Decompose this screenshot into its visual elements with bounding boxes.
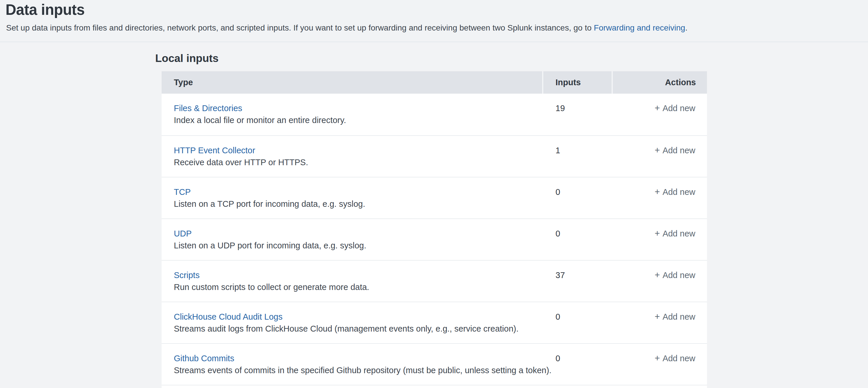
plus-icon: + — [655, 311, 660, 322]
inputs-count: 0 — [542, 177, 612, 218]
add-new-button[interactable]: +Add new — [655, 312, 695, 321]
section-title-local-inputs: Local inputs — [155, 52, 219, 65]
page-header: Data inputs Set up data inputs from file… — [0, 0, 868, 42]
input-type-description: Run custom scripts to collect or generat… — [174, 281, 542, 293]
input-type-link[interactable]: HTTP Event Collector — [174, 145, 255, 156]
input-type-description: Streams events of commits in the specifi… — [174, 364, 542, 376]
inputs-count: 0 — [542, 302, 612, 343]
input-type-link[interactable]: Files & Directories — [174, 103, 242, 114]
plus-icon: + — [655, 103, 660, 113]
input-type-description: Streams audit logs from ClickHouse Cloud… — [174, 323, 542, 335]
add-new-button[interactable]: +Add new — [655, 354, 695, 363]
plus-icon: + — [655, 353, 660, 363]
page-subtitle-text: Set up data inputs from files and direct… — [6, 23, 594, 32]
add-new-label: Add new — [662, 229, 695, 238]
table-row: ClickHouse Cloud Audit Logs Streams audi… — [162, 302, 707, 343]
page-title: Data inputs — [5, 1, 85, 18]
input-type-link[interactable]: ClickHouse Cloud Audit Logs — [174, 311, 283, 322]
inputs-count: 19 — [542, 94, 612, 135]
add-new-label: Add new — [662, 187, 695, 197]
input-type-description: Listen on a TCP port for incoming data, … — [174, 198, 542, 210]
add-new-button[interactable]: +Add new — [655, 270, 695, 280]
inputs-count: 0 — [542, 343, 612, 385]
inputs-count: 0 — [542, 218, 612, 260]
input-type-description: Receive data over HTTP or HTTPS. — [174, 156, 542, 169]
inputs-count: 37 — [542, 260, 612, 302]
table-row: Github Commits Streams events of commits… — [162, 343, 707, 385]
table-row-partial — [162, 385, 707, 388]
column-header-type: Type — [162, 71, 542, 94]
column-header-inputs: Inputs — [542, 71, 612, 94]
add-new-button[interactable]: +Add new — [655, 187, 695, 197]
add-new-label: Add new — [662, 270, 695, 280]
page-subtitle: Set up data inputs from files and direct… — [6, 22, 687, 34]
plus-icon: + — [655, 187, 660, 197]
add-new-button[interactable]: +Add new — [655, 229, 695, 238]
add-new-button[interactable]: +Add new — [655, 103, 695, 113]
table-row: UDP Listen on a UDP port for incoming da… — [162, 218, 707, 260]
plus-icon: + — [655, 270, 660, 280]
table-row: HTTP Event Collector Receive data over H… — [162, 135, 707, 177]
input-type-link[interactable]: Scripts — [174, 270, 200, 281]
add-new-button[interactable]: +Add new — [655, 146, 695, 155]
add-new-label: Add new — [662, 146, 695, 155]
input-type-description: Index a local file or monitor an entire … — [174, 114, 542, 126]
add-new-label: Add new — [662, 312, 695, 321]
input-type-link[interactable]: UDP — [174, 228, 192, 239]
plus-icon: + — [655, 228, 660, 239]
input-type-link[interactable]: Github Commits — [174, 353, 234, 364]
table-row: Files & Directories Index a local file o… — [162, 94, 707, 135]
input-type-link[interactable]: TCP — [174, 186, 191, 198]
table-row: TCP Listen on a TCP port for incoming da… — [162, 177, 707, 218]
input-type-description: Listen on a UDP port for incoming data, … — [174, 240, 542, 251]
inputs-count: 1 — [542, 135, 612, 177]
add-new-label: Add new — [662, 103, 695, 113]
table-header-row: Type Inputs Actions — [162, 71, 707, 94]
table-row: Scripts Run custom scripts to collect or… — [162, 260, 707, 302]
forwarding-and-receiving-link[interactable]: Forwarding and receiving — [594, 23, 685, 32]
plus-icon: + — [655, 145, 660, 155]
add-new-label: Add new — [662, 354, 695, 363]
local-inputs-table: Type Inputs Actions Files & Directories … — [162, 71, 707, 388]
column-header-actions: Actions — [612, 71, 707, 94]
page-subtitle-period: . — [685, 23, 687, 32]
